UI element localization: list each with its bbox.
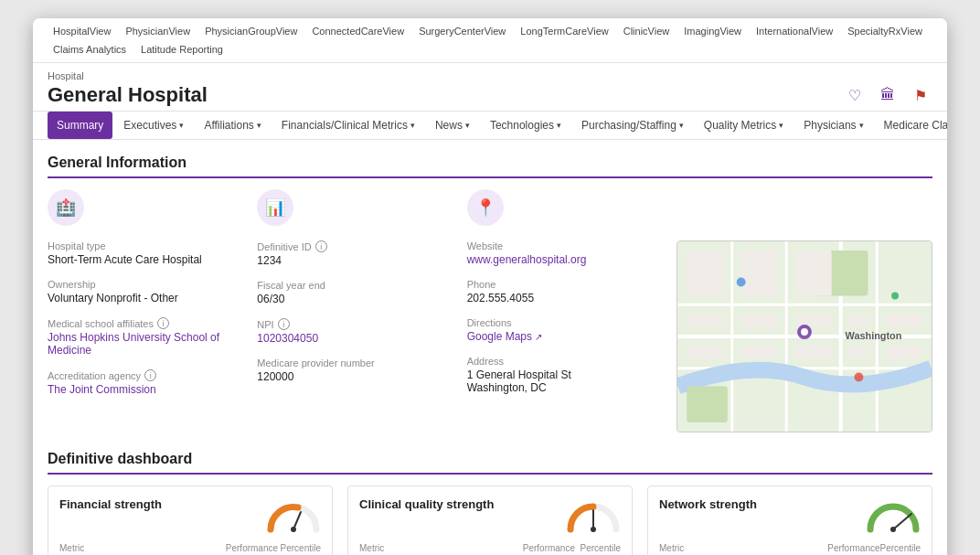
directions-field: Directions Google Maps ↗ xyxy=(467,317,658,343)
phone-label: Phone xyxy=(467,279,658,290)
hospital-type-icon: 🏥 xyxy=(48,189,84,226)
svg-line-33 xyxy=(893,514,911,529)
svg-rect-22 xyxy=(886,346,922,359)
clinical-col-metric: Metric xyxy=(359,543,514,555)
network-card-title: Network strength xyxy=(659,497,757,511)
medicare-provider-field: Medicare provider number 120000 xyxy=(257,358,448,383)
svg-point-32 xyxy=(591,527,596,532)
phone-field: Phone 202.555.4055 xyxy=(467,279,658,304)
top-nav-item-imagingview[interactable]: ImagingView xyxy=(678,24,747,38)
svg-rect-20 xyxy=(795,346,832,359)
med-school-field: Medical school affiliates i Johns Hopkin… xyxy=(48,317,239,357)
med-school-value[interactable]: Johns Hopkins University School of Medic… xyxy=(48,331,239,357)
tab-summary[interactable]: Summary xyxy=(48,112,112,139)
tab-news[interactable]: News ▾ xyxy=(426,112,479,139)
accreditation-value[interactable]: The Joint Commission xyxy=(48,383,239,396)
npi-info-icon[interactable]: i xyxy=(278,318,290,330)
svg-point-26 xyxy=(737,278,746,287)
clinical-gauge xyxy=(566,497,621,534)
dashboard-grid: Financial strength Metric xyxy=(48,486,932,555)
tab-medicare[interactable]: Medicare Claims ▾ xyxy=(875,112,947,139)
website-label: Website xyxy=(467,240,658,251)
definitive-id-field: Definitive ID i 1234 xyxy=(257,240,448,267)
heart-icon[interactable]: ♡ xyxy=(843,83,867,107)
svg-rect-11 xyxy=(741,251,778,296)
general-info-title: General Information xyxy=(48,155,932,178)
network-table: Metric Performance Percentile Optimizati… xyxy=(659,543,921,555)
browser-frame: HospitalViewPhysicianViewPhysicianGroupV… xyxy=(33,18,947,555)
website-value[interactable]: www.generalhospital.org xyxy=(467,253,658,266)
fiscal-year-label: Fiscal year end xyxy=(257,280,448,291)
definitive-id-value: 1234 xyxy=(257,254,448,267)
svg-line-29 xyxy=(293,512,301,529)
med-school-info-icon[interactable]: i xyxy=(157,317,169,329)
tab-physicians[interactable]: Physicians ▾ xyxy=(794,112,872,139)
top-nav-item-claims-analytics[interactable]: Claims Analytics xyxy=(48,42,132,57)
info-col-1: Hospital type Short-Term Acute Care Hosp… xyxy=(48,240,257,432)
svg-point-34 xyxy=(890,527,896,532)
map-container[interactable]: Washington xyxy=(676,240,932,432)
top-nav-item-longtermcareview[interactable]: LongTermCareView xyxy=(515,24,613,38)
svg-rect-16 xyxy=(850,314,868,327)
accreditation-info-icon[interactable]: i xyxy=(144,369,156,381)
medicare-provider-label: Medicare provider number xyxy=(257,358,448,368)
financial-col-perf: Performance xyxy=(204,543,278,555)
tab-technologies[interactable]: Technologies ▾ xyxy=(481,112,570,139)
top-nav-item-connectedcareview[interactable]: ConnectedCareView xyxy=(306,24,410,38)
top-nav-item-surgerycenterview[interactable]: SurgeryCenterView xyxy=(413,24,511,38)
directions-label: Directions xyxy=(467,317,658,328)
npi-value[interactable]: 1020304050 xyxy=(257,332,448,345)
flag-icon[interactable]: ⚑ xyxy=(909,83,932,107)
svg-rect-21 xyxy=(850,346,868,359)
financial-card-title: Financial strength xyxy=(59,497,162,511)
fiscal-year-field: Fiscal year end 06/30 xyxy=(257,280,448,305)
svg-rect-14 xyxy=(741,314,778,327)
svg-rect-10 xyxy=(687,251,723,296)
svg-rect-19 xyxy=(741,346,778,359)
building-icon[interactable]: 🏛 xyxy=(876,83,900,107)
dashboard-title: Definitive dashboard xyxy=(48,451,932,475)
general-info-grid: Hospital type Short-Term Acute Care Hosp… xyxy=(48,240,932,432)
tab-executives[interactable]: Executives ▾ xyxy=(114,112,193,139)
financial-col-pct: Percentile xyxy=(278,543,321,555)
svg-rect-12 xyxy=(795,251,832,296)
tab-affiliations[interactable]: Affiliations ▾ xyxy=(195,112,270,139)
svg-rect-9 xyxy=(687,386,728,422)
top-nav-item-internationalview[interactable]: InternationalView xyxy=(751,24,838,38)
definitive-id-info-icon[interactable]: i xyxy=(315,240,327,252)
top-nav-item-latitude-reporting[interactable]: Latitude Reporting xyxy=(135,42,229,57)
directions-value[interactable]: Google Maps ↗ xyxy=(467,330,658,343)
top-nav-item-clinicview[interactable]: ClinicView xyxy=(618,24,676,38)
svg-rect-13 xyxy=(687,314,723,327)
main-content: General Information 🏥 📊 📍 Hospital type … xyxy=(33,140,947,555)
tab-financials[interactable]: Financials/Clinical Metrics ▾ xyxy=(272,112,424,139)
clinical-card-title: Clinical quality strength xyxy=(359,497,494,511)
svg-text:Washington: Washington xyxy=(846,330,902,341)
financial-table: Metric Performance Percentile Net Patien… xyxy=(59,543,321,555)
financial-gauge xyxy=(266,497,321,534)
header-icons: ♡ 🏛 ⚑ xyxy=(843,83,932,107)
top-nav-item-hospitalview[interactable]: HospitalView xyxy=(48,24,116,38)
address-value: 1 General Hospital StWashington, DC xyxy=(467,368,658,394)
website-field: Website www.generalhospital.org xyxy=(467,240,658,266)
address-field: Address 1 General Hospital StWashington,… xyxy=(467,356,658,394)
accreditation-field: Accreditation agency i The Joint Commiss… xyxy=(48,369,239,396)
hospital-type-label: Hospital type xyxy=(48,240,239,251)
medicare-provider-value: 120000 xyxy=(257,370,448,383)
network-col-metric: Metric xyxy=(659,543,796,555)
ownership-field: Ownership Voluntary Nonprofit - Other xyxy=(48,279,239,304)
accreditation-label: Accreditation agency i xyxy=(48,369,239,381)
tab-purchasing[interactable]: Purchasing/Staffing ▾ xyxy=(572,112,693,139)
top-nav-item-physicianview[interactable]: PhysicianView xyxy=(120,24,196,38)
svg-point-27 xyxy=(854,373,863,382)
ownership-label: Ownership xyxy=(48,279,239,290)
network-col-pct: Percentile xyxy=(880,543,921,555)
info-col-3: Website www.generalhospital.org Phone 20… xyxy=(467,240,676,432)
svg-rect-17 xyxy=(886,314,922,327)
ownership-value: Voluntary Nonprofit - Other xyxy=(48,292,239,304)
top-nav-item-physiciangroupview[interactable]: PhysicianGroupView xyxy=(199,24,303,38)
tab-quality[interactable]: Quality Metrics ▾ xyxy=(695,112,793,139)
sub-nav: Summary Executives ▾ Affiliations ▾ Fina… xyxy=(33,112,947,140)
top-nav-item-specialtyrxview[interactable]: SpecialtyRxView xyxy=(842,24,928,38)
financial-col-metric: Metric xyxy=(59,543,204,555)
